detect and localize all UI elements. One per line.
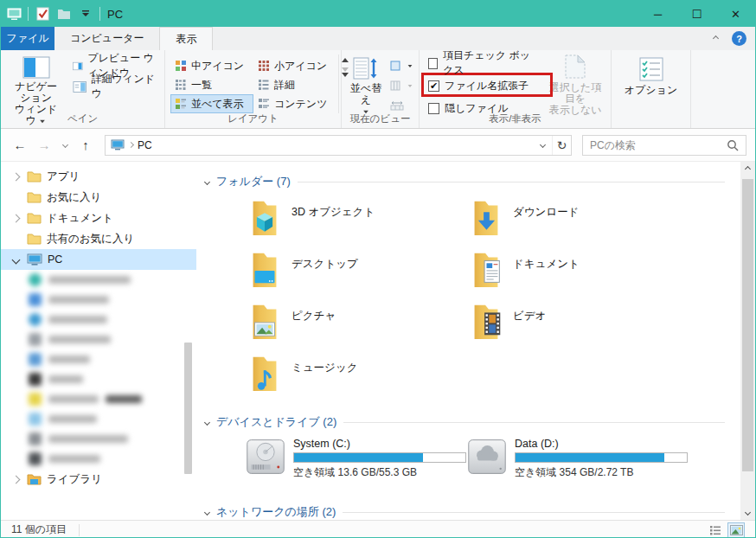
layout-list[interactable]: 一覧 [170, 75, 253, 94]
status-bar: 11 個の項目 [1, 520, 755, 538]
folder-name: デスクトップ [292, 257, 358, 272]
current-view-group-label: 現在のビュー [342, 112, 419, 125]
group-by-button[interactable] [390, 57, 413, 74]
qat-new-folder-icon[interactable] [56, 6, 72, 22]
sidebar-blurred-item[interactable] [1, 330, 196, 349]
hidden-files-checkbox[interactable] [428, 103, 439, 114]
sidebar-blurred-item[interactable] [1, 310, 196, 330]
options-button[interactable]: オプション [619, 54, 682, 112]
drive-tile-data-d[interactable]: Data (D:) 空き領域 354 GB/2.72 TB [466, 437, 688, 492]
sidebar-item-pc[interactable]: PC [1, 249, 196, 270]
sidebar-item-documents[interactable]: ドキュメント [1, 208, 196, 228]
expand-chevron-icon[interactable] [11, 214, 20, 222]
collapse-group-icon[interactable] [204, 419, 210, 425]
sidebar-blurred-item[interactable] [1, 349, 196, 369]
folder-tile-videos[interactable]: ビデオ [466, 298, 688, 350]
scroll-up-icon[interactable] [740, 162, 755, 176]
group-header-devices[interactable]: デバイスとドライブ (2) [205, 414, 725, 430]
collapse-group-icon[interactable] [204, 509, 210, 515]
ribbon-group-panes: ナビゲーション ウィンドウ プレビュー ウィンドウ 詳細ウィンドウ ペイン [1, 50, 165, 128]
tab-file[interactable]: ファイル [1, 27, 54, 50]
hidden-files-option[interactable]: 隠しファイル [428, 100, 531, 116]
options-icon [638, 56, 664, 82]
folder-tile-music[interactable]: ミュージック [245, 350, 466, 402]
expand-chevron-icon[interactable] [11, 475, 20, 484]
layout-content[interactable]: コンテンツ [253, 94, 336, 113]
details-view-toggle[interactable] [707, 522, 724, 538]
content-scrollbar[interactable] [740, 162, 755, 520]
thumbnail-view-toggle[interactable] [727, 522, 745, 538]
group-title: フォルダー (7) [216, 174, 291, 189]
sidebar-blurred-item[interactable] [1, 389, 196, 409]
maximize-button[interactable]: ☐ [677, 1, 716, 27]
address-dropdown-icon[interactable] [533, 136, 552, 155]
scrollbar-thumb[interactable] [742, 179, 753, 471]
details-pane-button[interactable]: 詳細ウィンドウ [73, 78, 159, 95]
qat-customize-chevron-icon[interactable] [78, 6, 93, 22]
title-bar: PC ─ ☐ ✕ [1, 1, 755, 27]
sidebar-item-shared-favorites[interactable]: 共有のお気に入り [1, 228, 196, 249]
layout-tiles[interactable]: 並べて表示 [170, 94, 253, 113]
medium-icons-label: 中アイコン [191, 59, 244, 74]
folder-tile-3d-objects[interactable]: 3D オブジェクト [245, 195, 466, 247]
close-button[interactable]: ✕ [716, 1, 755, 27]
item-checkboxes-checkbox[interactable] [428, 58, 438, 69]
tab-view[interactable]: 表示 [159, 27, 213, 50]
sidebar-blurred-item[interactable] [1, 449, 196, 469]
collapse-ribbon-icon[interactable] [713, 35, 719, 42]
drive-tile-system-c[interactable]: System (C:) 空き領域 13.6 GB/55.3 GB [245, 437, 466, 492]
folder-tile-desktop[interactable]: デスクトップ [245, 247, 466, 298]
search-icon[interactable] [727, 139, 739, 151]
help-icon[interactable]: ? [732, 31, 746, 46]
search-input[interactable] [590, 139, 727, 151]
capacity-bar-fill [516, 453, 664, 462]
collapse-group-icon[interactable] [204, 178, 210, 184]
sidebar-item-favorites[interactable]: お気に入り [1, 187, 196, 208]
drive-name: Data (D:) [515, 438, 688, 450]
group-header-network[interactable]: ネットワークの場所 (2) [205, 504, 725, 520]
group-header-folders[interactable]: フォルダー (7) [205, 174, 725, 189]
tab-computer[interactable]: コンピューター [54, 27, 159, 50]
file-extensions-option[interactable]: ✔ ファイル名拡張子 [428, 78, 531, 93]
folder-tile-pictures[interactable]: ピクチャ [245, 298, 466, 350]
scroll-down-icon[interactable] [740, 505, 755, 520]
layout-small-icons[interactable]: 小アイコン [253, 56, 336, 75]
panes-group-label: ペイン [1, 112, 164, 125]
minimize-button[interactable]: ─ [638, 1, 677, 27]
sidebar-item-apps[interactable]: アプリ [1, 166, 196, 187]
folder-tile-downloads[interactable]: ダウンロード [466, 195, 688, 247]
system-menu-computer-icon[interactable] [6, 6, 22, 22]
navigation-pane: アプリ お気に入り ドキュメント 共有のお気に入り PC [1, 162, 196, 520]
item-checkboxes-option[interactable]: 項目チェック ボックス [428, 55, 531, 71]
tiles-view-label: 並べて表示 [191, 97, 244, 112]
sidebar-blurred-item[interactable] [1, 270, 196, 290]
expand-chevron-icon[interactable] [11, 172, 20, 181]
group-rule [343, 512, 725, 513]
size-columns-button[interactable] [390, 97, 413, 114]
hide-selected-icon [562, 54, 588, 80]
sidebar-blurred-item[interactable] [1, 409, 196, 429]
search-box[interactable] [582, 135, 746, 156]
add-columns-button[interactable] [390, 77, 413, 94]
collapse-chevron-icon[interactable] [11, 255, 20, 264]
item-checkboxes-label: 項目チェック ボックス [443, 48, 531, 78]
refresh-icon[interactable]: ↻ [552, 136, 571, 155]
sidebar-blurred-item[interactable] [1, 429, 196, 449]
sidebar-item-label: お気に入り [47, 190, 101, 205]
sort-by-button[interactable]: 並べ替え [345, 54, 387, 118]
layout-details[interactable]: 詳細 [253, 75, 336, 94]
sidebar-item-libraries[interactable]: ライブラリ [1, 469, 196, 490]
add-columns-icon [390, 80, 402, 91]
sidebar-scrollbar-thumb[interactable] [184, 343, 192, 474]
address-bar[interactable]: PC ↻ [105, 135, 572, 156]
sidebar-blurred-item[interactable] [1, 369, 196, 389]
folder-desktop-icon [245, 248, 285, 290]
ribbon-group-options: オプション [612, 50, 691, 128]
file-extensions-checkbox[interactable]: ✔ [428, 80, 439, 92]
layout-medium-icons[interactable]: 中アイコン [170, 56, 253, 75]
window-controls: ─ ☐ ✕ [638, 1, 755, 27]
qat-properties-icon[interactable] [35, 6, 50, 22]
folder-videos-icon [466, 300, 506, 342]
folder-tile-documents[interactable]: ドキュメント [466, 247, 688, 298]
sidebar-blurred-item[interactable] [1, 290, 196, 310]
